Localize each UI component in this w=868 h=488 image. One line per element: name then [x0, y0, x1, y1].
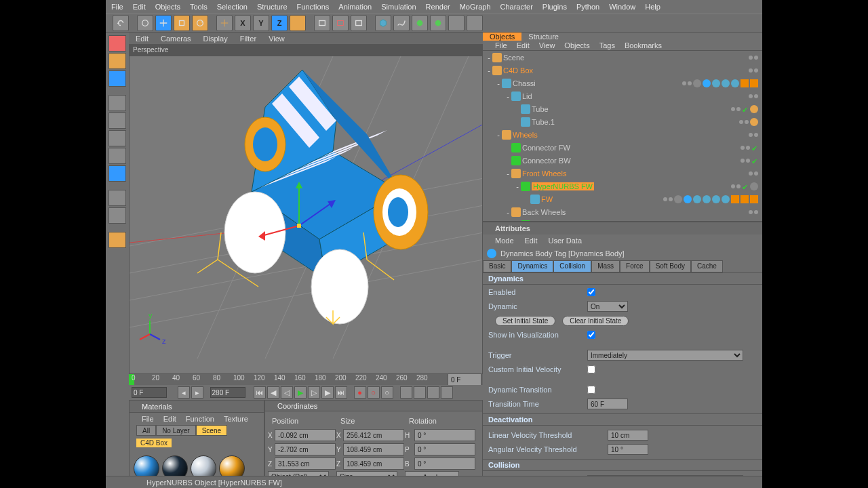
menu-tools[interactable]: Tools: [190, 3, 208, 11]
render-dot-icon[interactable]: [746, 146, 750, 150]
primitive-icon[interactable]: [375, 15, 391, 31]
next-frame-icon[interactable]: ▷: [308, 386, 320, 399]
end-frame-field[interactable]: [210, 387, 245, 398]
ommenu-objects[interactable]: Objects: [564, 41, 589, 49]
prev-frame-icon[interactable]: ◁: [281, 386, 293, 399]
texture-mode-icon[interactable]: [108, 53, 126, 69]
poly-mode-icon[interactable]: [108, 130, 126, 146]
render-dot-icon[interactable]: [746, 159, 750, 163]
vis-dot-icon[interactable]: [749, 133, 753, 137]
expand-icon[interactable]: -: [505, 208, 511, 216]
tree-item-back-wheels[interactable]: -Back Wheels: [483, 205, 762, 218]
expand-icon[interactable]: -: [505, 169, 511, 178]
coord-X-pos[interactable]: [275, 429, 336, 441]
expand-icon[interactable]: -: [495, 79, 502, 87]
nurbs-icon[interactable]: [412, 15, 428, 31]
render-dot-icon[interactable]: [736, 184, 741, 188]
menu-functions[interactable]: Functions: [297, 3, 330, 11]
vis-dot-icon[interactable]: [731, 107, 735, 111]
menu-objects[interactable]: Objects: [155, 3, 180, 11]
render-icon[interactable]: [314, 15, 330, 31]
tree-item-connector-fw[interactable]: Connector FW✔: [483, 141, 762, 154]
attrtab-soft-body[interactable]: Soft Body: [650, 260, 691, 272]
enable-check-icon[interactable]: ✔: [751, 157, 758, 164]
undo-icon[interactable]: [113, 15, 129, 31]
tag-gold-icon[interactable]: [750, 105, 758, 113]
move-icon[interactable]: [155, 15, 172, 31]
object-tree[interactable]: -Scene-C4D Box-Chassi-LidTube✔Tube.1-Whe…: [483, 51, 762, 222]
tag-warn-icon[interactable]: [731, 195, 739, 203]
material-layer-tag[interactable]: C4D Box: [136, 439, 172, 447]
vis-dot-icon[interactable]: [731, 184, 735, 188]
vis-dot-icon[interactable]: [749, 94, 753, 98]
tree-item-connector-bw[interactable]: Connector BW✔: [483, 154, 762, 167]
environment-icon[interactable]: [467, 15, 483, 31]
edge-mode-icon[interactable]: [108, 113, 126, 129]
select-icon[interactable]: [137, 15, 153, 31]
tag-sph-icon[interactable]: [712, 79, 720, 87]
tag-warn-icon[interactable]: [741, 195, 749, 203]
tree-item-front-wheels[interactable]: -Front Wheels: [483, 167, 762, 180]
expand-icon[interactable]: -: [486, 66, 492, 75]
show-vis-checkbox[interactable]: [587, 331, 595, 339]
render-dot-icon[interactable]: [754, 210, 758, 214]
tree-item-c4d-box[interactable]: -C4D Box: [483, 64, 762, 77]
attrmenu-edit[interactable]: Edit: [525, 237, 538, 245]
keysel-icon[interactable]: ○: [381, 386, 393, 399]
render-dot-icon[interactable]: [754, 171, 758, 176]
tag-dyn-icon[interactable]: [684, 195, 692, 203]
vpmenu-edit[interactable]: Edit: [136, 35, 149, 43]
workplane-icon[interactable]: [108, 232, 126, 248]
matfilter-no-layer[interactable]: No Layer: [156, 425, 196, 436]
tag-sph-icon[interactable]: [693, 195, 701, 203]
play-icon[interactable]: ▶: [294, 386, 307, 399]
prev-key-icon[interactable]: ◀: [267, 386, 279, 399]
rotate-icon[interactable]: [192, 15, 208, 31]
vpmenu-view[interactable]: View: [269, 35, 285, 43]
attrtab-dynamics[interactable]: Dynamics: [511, 260, 553, 272]
tag-warn-icon[interactable]: [741, 79, 749, 87]
enable-check-icon[interactable]: ✔: [751, 144, 758, 151]
tag-warn-icon[interactable]: [750, 195, 758, 203]
tag-tex-icon[interactable]: [693, 79, 701, 87]
snap-icon[interactable]: [108, 190, 126, 206]
vis-dot-icon[interactable]: [749, 56, 753, 60]
menu-simulation[interactable]: Simulation: [381, 3, 416, 11]
key-rot-icon[interactable]: [427, 386, 439, 399]
expand-icon[interactable]: -: [486, 54, 492, 62]
tag-sph-icon[interactable]: [703, 195, 711, 203]
vis-dot-icon[interactable]: [749, 68, 753, 73]
axis-icon[interactable]: [216, 15, 233, 31]
lin-vel-field[interactable]: [608, 430, 648, 441]
attrmenu-mode[interactable]: Mode: [495, 237, 514, 245]
menu-python[interactable]: Python: [576, 3, 599, 11]
vis-dot-icon[interactable]: [741, 159, 745, 163]
coord-Y-rot[interactable]: [414, 443, 475, 455]
matfilter-scene[interactable]: Scene: [196, 425, 227, 436]
dyn-trans-checkbox[interactable]: [587, 386, 595, 394]
current-frame-field[interactable]: [132, 387, 167, 398]
deformer-icon[interactable]: [448, 15, 465, 31]
render-dot-icon[interactable]: [745, 120, 749, 124]
render-dot-icon[interactable]: [669, 197, 673, 201]
key-param-icon[interactable]: [441, 386, 453, 399]
expand-icon[interactable]: -: [514, 182, 521, 190]
tag-tex-icon[interactable]: [750, 182, 758, 190]
render-dot-icon[interactable]: [736, 107, 741, 111]
ommenu-view[interactable]: View: [539, 41, 555, 49]
tree-item-fw[interactable]: FW: [483, 192, 762, 205]
vis-dot-icon[interactable]: [663, 197, 667, 201]
enable-check-icon[interactable]: ✔: [742, 106, 749, 113]
key-scale-icon[interactable]: [414, 386, 426, 399]
vis-dot-icon[interactable]: [749, 171, 753, 176]
object-mode-icon[interactable]: [108, 70, 126, 87]
render-settings-icon[interactable]: [351, 15, 367, 31]
matmenu-edit[interactable]: Edit: [163, 415, 176, 423]
goto-start-icon[interactable]: ◂: [178, 386, 190, 399]
tag-tex-icon[interactable]: [674, 195, 682, 203]
model-mode-icon[interactable]: [108, 35, 126, 52]
render-dot-icon[interactable]: [754, 94, 758, 98]
attrmenu-user-data[interactable]: User Data: [549, 237, 583, 245]
next-key-icon[interactable]: ▶: [321, 386, 334, 399]
ang-vel-field[interactable]: [608, 444, 648, 455]
